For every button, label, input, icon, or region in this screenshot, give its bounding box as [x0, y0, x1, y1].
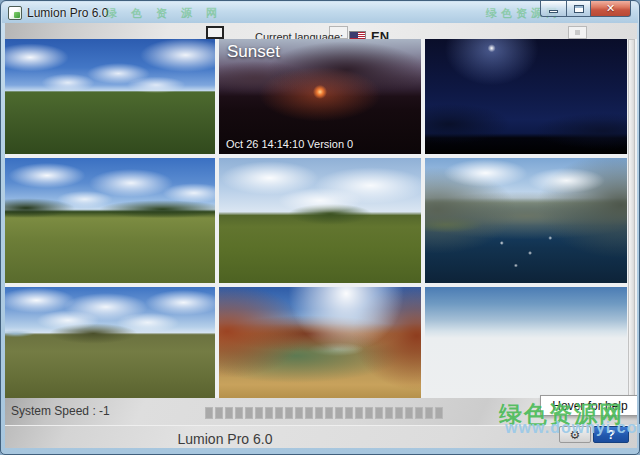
minimize-button[interactable] — [540, 1, 566, 17]
scene-tile-grass-field[interactable] — [5, 39, 215, 154]
progress-segment — [295, 407, 303, 419]
tab-stub[interactable] — [206, 26, 224, 39]
scene-title: Sunset — [227, 42, 280, 62]
progress-segment — [425, 407, 433, 419]
progress-segment — [405, 407, 413, 419]
progress-bar — [205, 407, 445, 419]
progress-segment — [215, 407, 223, 419]
scene-tile-canyon-lake[interactable] — [219, 287, 421, 398]
progress-segment — [375, 407, 383, 419]
progress-segment — [325, 407, 333, 419]
us-flag-icon — [349, 31, 366, 39]
language-label: Current language: — [255, 31, 343, 40]
progress-segment — [305, 407, 313, 419]
window-title: Lumion Pro 6.0 — [27, 6, 108, 20]
language-selector[interactable]: Current language: EN — [255, 29, 389, 39]
scene-version-label: Oct 26 14:14:10 Version 0 — [226, 138, 353, 150]
window-controls: ✕ — [540, 1, 631, 17]
system-speed-label: System Speed : -1 — [11, 404, 110, 418]
progress-segment — [225, 407, 233, 419]
progress-segment — [315, 407, 323, 419]
progress-segment — [235, 407, 243, 419]
progress-segment — [205, 407, 213, 419]
minimize-icon — [549, 10, 558, 13]
progress-segment — [335, 407, 343, 419]
footer-bar: Lumion Pro 6.0 ⚙ ? — [5, 425, 637, 448]
progress-segment — [385, 407, 393, 419]
scrollbar[interactable] — [628, 39, 635, 398]
tab-stub[interactable] — [568, 26, 587, 39]
progress-segment — [275, 407, 283, 419]
help-tooltip: Hover for help — [540, 395, 637, 416]
scene-tile-sunset[interactable]: Sunset Oct 26 14:14:10 Version 0 — [219, 39, 421, 154]
progress-segment — [415, 407, 423, 419]
gear-icon: ⚙ — [570, 429, 581, 441]
language-value: EN — [371, 29, 389, 39]
scene-tile-olive-plains[interactable] — [5, 287, 215, 398]
footer-app-title: Lumion Pro 6.0 — [5, 431, 445, 447]
close-icon: ✕ — [606, 3, 615, 14]
scene-tile-night-sky[interactable] — [425, 39, 627, 154]
progress-segment — [365, 407, 373, 419]
scene-tile-grassland-hills[interactable] — [5, 158, 215, 283]
progress-segment — [395, 407, 403, 419]
question-mark-icon: ? — [607, 429, 614, 441]
scene-tile-rolling-hills[interactable] — [219, 158, 421, 283]
settings-button[interactable]: ⚙ — [559, 426, 591, 443]
progress-segment — [345, 407, 353, 419]
progress-segment — [285, 407, 293, 419]
titlebar-watermark: 绿色资源网 — [106, 6, 231, 21]
maximize-button[interactable] — [566, 1, 591, 17]
close-button[interactable]: ✕ — [591, 1, 631, 17]
progress-segment — [265, 407, 273, 419]
scene-tile-mountain-lake[interactable] — [425, 158, 627, 283]
scene-tile-white-scene[interactable] — [425, 287, 627, 398]
lumion-logo-icon — [8, 6, 22, 20]
progress-segment — [255, 407, 263, 419]
progress-segment — [245, 407, 253, 419]
help-button[interactable]: ? — [593, 426, 629, 443]
progress-segment — [355, 407, 363, 419]
top-toolbar: Current language: EN — [5, 23, 637, 39]
main-content: Current language: EN Sunset Oct 26 14:14… — [5, 23, 637, 448]
maximize-icon — [574, 5, 584, 13]
app-window: Lumion Pro 6.0 绿色资源网 绿色资源网 ✕ Current lan… — [0, 0, 640, 455]
progress-segment — [435, 407, 443, 419]
